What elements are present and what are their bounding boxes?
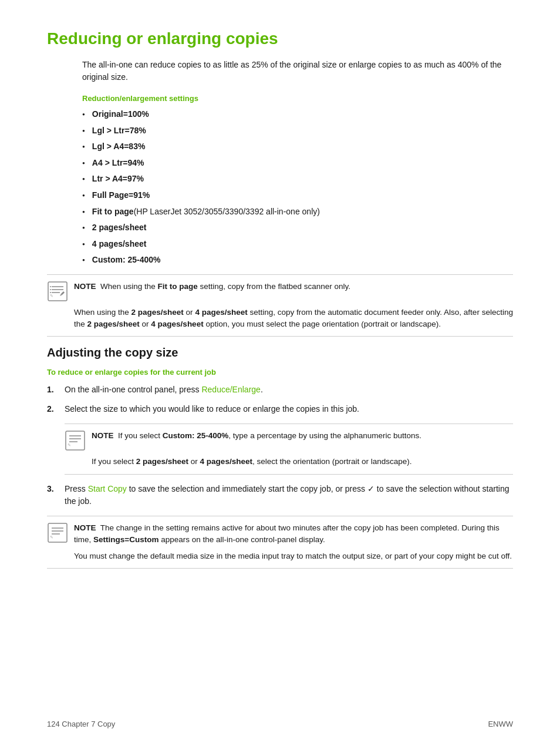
note-box-1: ✎ NOTE When using the Fit to page settin… (47, 274, 513, 337)
start-copy-link[interactable]: Start Copy (88, 484, 127, 493)
note-icon-1: ✎ (47, 281, 68, 302)
list-item: Ltr > A4=97% (82, 173, 513, 185)
svg-text:✎: ✎ (68, 443, 71, 447)
svg-point-6 (50, 292, 51, 293)
list-item: 4 pages/sheet (82, 238, 513, 250)
list-item: A4 > Ltr=94% (82, 157, 513, 169)
note-content-3: NOTE The change in the setting remains a… (74, 522, 513, 546)
intro-text: The all-in-one can reduce copies to as l… (82, 59, 513, 83)
step-1: 1. On the all-in-one control panel, pres… (47, 384, 513, 396)
subsection-title: Adjusting the copy size (47, 346, 513, 359)
bullet-list: Original=100% Lgl > Ltr=78% Lgl > A4=83%… (82, 109, 513, 266)
note-extra-2: If you select 2 pages/sheet or 4 pages/s… (92, 456, 513, 468)
svg-point-4 (50, 286, 51, 287)
note-content-1: NOTE When using the Fit to page setting,… (74, 281, 513, 293)
list-item: Original=100% (82, 109, 513, 120)
list-item: Full Page=91% (82, 190, 513, 201)
steps-list-2: 3. Press Start Copy to save the selectio… (47, 483, 513, 508)
steps-list: 1. On the all-in-one control panel, pres… (47, 384, 513, 415)
note-extra-3: You must change the default media size i… (74, 550, 513, 562)
subsection-heading: To reduce or enlarge copies for the curr… (47, 368, 513, 377)
list-item: 2 pages/sheet (82, 222, 513, 234)
note-icon-2: ✎ (65, 430, 86, 451)
svg-rect-13 (48, 523, 67, 542)
note-extra-1: When using the 2 pages/sheet or 4 pages/… (74, 307, 513, 331)
step-3: 3. Press Start Copy to save the selectio… (47, 483, 513, 508)
step-num-1: 1. (47, 384, 65, 396)
note-icon-3: ✎ (47, 522, 68, 543)
step-content-3: Press Start Copy to save the selection a… (65, 483, 513, 508)
reduce-enlarge-link[interactable]: Reduce/Enlarge (201, 385, 260, 394)
svg-point-5 (50, 289, 51, 290)
note-content-2: NOTE If you select Custom: 25-400%, type… (92, 430, 513, 442)
step-content-2: Select the size to which you would like … (65, 403, 513, 415)
svg-text:✎: ✎ (50, 535, 53, 539)
list-item: Lgl > A4=83% (82, 141, 513, 153)
page-footer: 124 Chapter 7 Copy ENWW (47, 720, 513, 728)
step-num-3: 3. (47, 483, 65, 495)
footer-right: ENWW (488, 720, 513, 728)
svg-text:✎: ✎ (50, 294, 53, 298)
svg-rect-8 (66, 431, 85, 450)
list-item: Lgl > Ltr=78% (82, 125, 513, 137)
step-2: 2. Select the size to which you would li… (47, 403, 513, 415)
step-num-2: 2. (47, 403, 65, 415)
list-item: Fit to page (HP LaserJet 3052/3055/3390/… (82, 206, 513, 218)
settings-heading: Reduction/enlargement settings (82, 94, 513, 103)
svg-rect-0 (48, 282, 67, 301)
list-item: Custom: 25-400% (82, 254, 513, 266)
footer-left: 124 Chapter 7 Copy (47, 720, 115, 728)
page-title: Reducing or enlarging copies (47, 29, 513, 48)
note-box-3: ✎ NOTE The change in the setting remains… (47, 516, 513, 569)
note-box-2: ✎ NOTE If you select Custom: 25-400%, ty… (65, 424, 513, 474)
step-content-1: On the all-in-one control panel, press R… (65, 384, 513, 396)
